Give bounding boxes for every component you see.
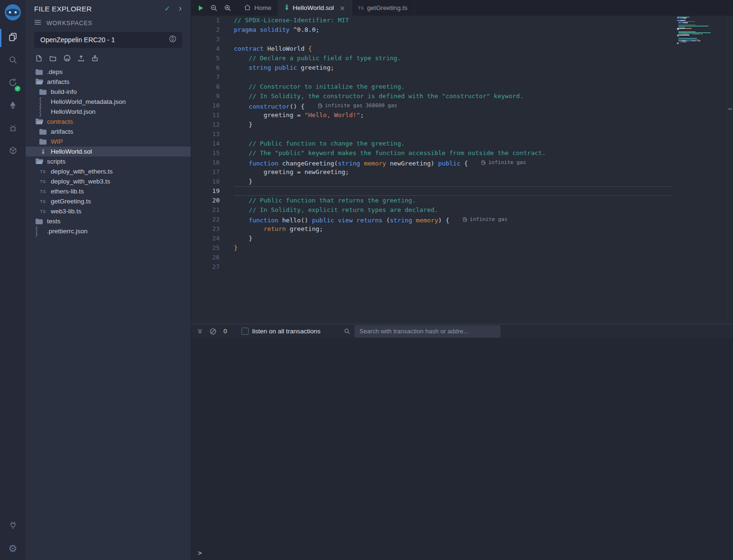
minimap[interactable] — [677, 17, 714, 47]
zoom-out-icon[interactable] — [210, 4, 218, 12]
sidebar-item-deploy-and-run[interactable] — [0, 95, 26, 118]
remix-logo-icon[interactable] — [3, 3, 22, 22]
code-line-1[interactable]: // SPDX-License-Identifier: MIT — [234, 16, 671, 25]
code-line-26[interactable] — [234, 253, 671, 262]
terminal-output[interactable]: > — [191, 338, 733, 560]
tab-getgreeting-ts[interactable]: TS getGreeting.ts — [352, 0, 414, 16]
file-tree-item--prettierrc-json[interactable]: { }.prettierrc.json — [26, 226, 191, 236]
sidebar-item-settings[interactable]: ⚙ — [0, 537, 26, 560]
gas-estimate-badge[interactable]: infinite gas — [481, 158, 526, 167]
collapse-terminal-icon[interactable] — [196, 328, 204, 335]
code-line-13[interactable] — [234, 129, 671, 139]
sidebar-item-file-explorer[interactable] — [0, 27, 26, 49]
terminal-search-input[interactable] — [354, 325, 501, 338]
file-tree-item-helloworld-sol[interactable]: HelloWorld.sol — [26, 147, 191, 156]
folder-icon — [35, 219, 43, 224]
code-line-4[interactable]: contract HelloWorld { — [234, 44, 671, 54]
sidebar-item-plugin-manager[interactable] — [0, 514, 26, 537]
sidebar-item-solidity-compiler[interactable]: ✓ — [0, 72, 26, 95]
upload-icon[interactable] — [77, 55, 85, 62]
editor-scrollbar[interactable] — [727, 16, 733, 324]
tab-home[interactable]: Home — [238, 0, 278, 16]
code-line-19[interactable] — [234, 186, 671, 196]
file-tree-item-helloworld-json[interactable]: { }HelloWorld.json — [26, 107, 191, 117]
code-line-27[interactable] — [234, 262, 671, 272]
close-icon[interactable]: × — [340, 5, 345, 11]
line-number: 27 — [191, 262, 220, 272]
gas-estimate-badge[interactable]: infinite gas — [463, 215, 507, 224]
new-folder-icon[interactable] — [49, 55, 57, 62]
hamburger-icon[interactable] — [34, 19, 41, 27]
sidebar-item-debugger[interactable] — [0, 118, 26, 140]
editor-tabbar: Home HelloWorld.sol × TS getGreeting.ts — [191, 0, 733, 16]
code-line-23[interactable]: return greeting; — [234, 224, 671, 234]
code-line-18[interactable]: } — [234, 177, 671, 186]
file-tree-item-artifacts[interactable]: artifacts — [26, 127, 191, 137]
code-line-22[interactable]: function hello() public view returns (st… — [234, 215, 671, 224]
file-tree-item-artifacts[interactable]: artifacts — [26, 77, 191, 87]
code-line-16[interactable]: function changeGreeting(string memory ne… — [234, 158, 671, 167]
file-tree-item-contracts[interactable]: contracts — [26, 117, 191, 127]
file-tree-label: artifacts — [51, 128, 73, 135]
import-icon[interactable] — [91, 55, 99, 62]
file-tree-label: .prettierrc.json — [47, 228, 88, 235]
code-pane[interactable]: // SPDX-License-Identifier: MITpragma so… — [220, 16, 671, 324]
json-icon: { } — [35, 226, 43, 237]
file-tree-item-getgreeting-ts[interactable]: TSgetGreeting.ts — [26, 196, 191, 206]
file-tree-item-tests[interactable]: tests — [26, 216, 191, 226]
code-line-9[interactable]: // In Solidity, the constructor is defin… — [234, 92, 671, 101]
github-icon[interactable] — [63, 54, 71, 62]
file-tree-item-wip[interactable]: WIP — [26, 137, 191, 147]
code-line-25[interactable]: } — [234, 243, 671, 253]
file-tree-label: getGreeting.ts — [51, 198, 91, 205]
clear-console-icon[interactable] — [209, 328, 217, 335]
new-file-icon[interactable] — [35, 55, 43, 62]
file-tree-item-helloworld-metadata-json[interactable]: { }HelloWorld_metadata.json — [26, 97, 191, 107]
minimap-line — [677, 40, 714, 41]
terminal-prompt[interactable]: > — [198, 549, 202, 557]
code-line-3[interactable] — [234, 35, 671, 44]
code-line-10[interactable]: constructor() {infinite gas 368600 gas — [234, 101, 671, 110]
tab-helloworld-sol[interactable]: HelloWorld.sol × — [278, 0, 352, 16]
zoom-in-icon[interactable] — [224, 4, 232, 12]
check-icon[interactable]: ✓ — [164, 4, 170, 13]
workspace-select[interactable]: OpenZeppelin ERC20 - 1 — [34, 32, 182, 48]
code-line-11[interactable]: greeting = "Hello, World!"; — [234, 110, 671, 120]
folder-open-icon — [35, 119, 43, 125]
file-tree-label: deploy_with_web3.ts — [51, 178, 110, 185]
code-line-7[interactable] — [234, 73, 671, 82]
code-line-2[interactable]: pragma solidity ^0.8.0; — [234, 25, 671, 35]
sidebar-item-plugins[interactable] — [0, 140, 26, 163]
file-tree-item--deps[interactable]: .deps — [26, 67, 191, 77]
gas-estimate-badge[interactable]: infinite gas 368600 gas — [318, 101, 397, 110]
file-tree-item-ethers-lib-ts[interactable]: TSethers-lib.ts — [26, 186, 191, 196]
line-number: 17 — [191, 167, 220, 177]
code-line-21[interactable]: // In Solidity, explicit return types ar… — [234, 205, 671, 215]
code-line-6[interactable]: string public greeting; — [234, 63, 671, 73]
listen-all-transactions-checkbox[interactable] — [241, 328, 249, 335]
run-script-icon[interactable] — [197, 5, 204, 11]
line-number: 26 — [191, 253, 220, 262]
file-tree-item-build-info[interactable]: build-info — [26, 87, 191, 97]
file-tree-item-deploy-with-ethers-ts[interactable]: TSdeploy_with_ethers.ts — [26, 166, 191, 176]
line-number: 16 — [191, 158, 220, 167]
minimap-line — [677, 46, 714, 47]
sidebar-item-search[interactable] — [0, 49, 26, 72]
code-line-12[interactable]: } — [234, 120, 671, 129]
code-line-20[interactable]: // Public function that returns the gree… — [234, 196, 671, 205]
solidity-icon — [39, 148, 47, 155]
code-line-17[interactable]: greeting = newGreeting; — [234, 167, 671, 177]
code-line-24[interactable]: } — [234, 234, 671, 243]
code-line-5[interactable]: // Declare a public field of type string… — [234, 54, 671, 63]
code-line-15[interactable]: // The "public" keyword makes the functi… — [234, 148, 671, 158]
file-tree-item-deploy-with-web3-ts[interactable]: TSdeploy_with_web3.ts — [26, 176, 191, 186]
transaction-count: 0 — [223, 328, 227, 335]
plug-icon — [8, 520, 18, 532]
code-line-14[interactable]: // Public function to change the greetin… — [234, 139, 671, 148]
minimap-line — [677, 34, 714, 35]
scrollbar-thumb[interactable] — [728, 108, 732, 110]
file-tree-item-web3-lib-ts[interactable]: TSweb3-lib.ts — [26, 206, 191, 216]
file-tree-item-scripts[interactable]: scripts — [26, 156, 191, 166]
chevron-right-icon[interactable] — [177, 6, 183, 12]
code-line-8[interactable]: // Constructor to initialize the greetin… — [234, 82, 671, 92]
